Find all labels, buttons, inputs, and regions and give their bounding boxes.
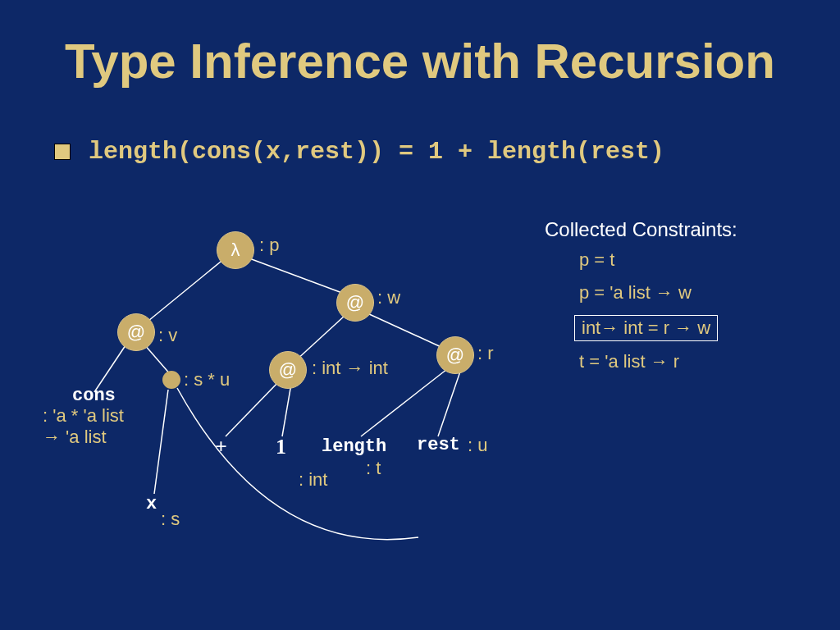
leaf-cons: cons [72,386,116,406]
node-ap-int-sym: @ [279,359,297,381]
type-rest: : u [468,435,487,456]
constraints-title: Collected Constraints: [545,218,737,241]
node-ap-v: @ [117,313,155,351]
slide: Type Inference with Recursion length(con… [0,0,840,630]
svg-line-9 [361,369,447,436]
svg-line-5 [295,316,345,361]
leaf-one: 1 [276,435,286,459]
node-lambda-sym: λ [231,240,240,261]
node-ap-w-sym: @ [346,292,364,313]
svg-line-0 [139,254,230,328]
node-pair [162,371,180,389]
constraint-1: p = 'a list → w [579,282,692,304]
type-lambda: : p [259,235,279,256]
node-ap-w: @ [336,284,374,322]
svg-line-2 [94,343,127,392]
type-length: : t [366,458,381,479]
svg-line-1 [243,256,349,295]
node-ap-r-sym: @ [446,345,464,366]
svg-line-6 [368,313,445,349]
leaf-x: x [146,494,157,514]
node-ap-r: @ [436,336,474,374]
type-cons: : 'a * 'a list → 'a list [43,405,124,449]
constraint-2: int→ int = r → w [574,315,718,341]
type-x: : s [161,509,180,530]
type-one: : int [299,469,327,491]
type-pair: : s * u [184,369,230,390]
leaf-plus: + [215,435,227,459]
type-ap-v: : v [158,325,177,346]
type-cons-line2: → 'a list [43,427,107,447]
leaf-rest: rest [417,435,460,455]
node-lambda: λ [217,231,254,269]
type-ap-r: : r [477,343,494,364]
constraint-0: p = t [579,249,614,271]
svg-line-10 [438,369,461,436]
type-ap-w: : w [377,287,400,308]
node-ap-v-sym: @ [127,322,145,343]
svg-line-4 [154,390,168,494]
type-cons-line1: : 'a * 'a list [43,405,124,426]
leaf-length: length [322,436,386,457]
type-ap-int: : int → int [312,358,388,379]
svg-line-7 [226,381,279,436]
svg-line-8 [282,384,291,436]
constraint-3: t = 'a list → r [579,351,679,372]
node-ap-int: @ [269,351,307,389]
